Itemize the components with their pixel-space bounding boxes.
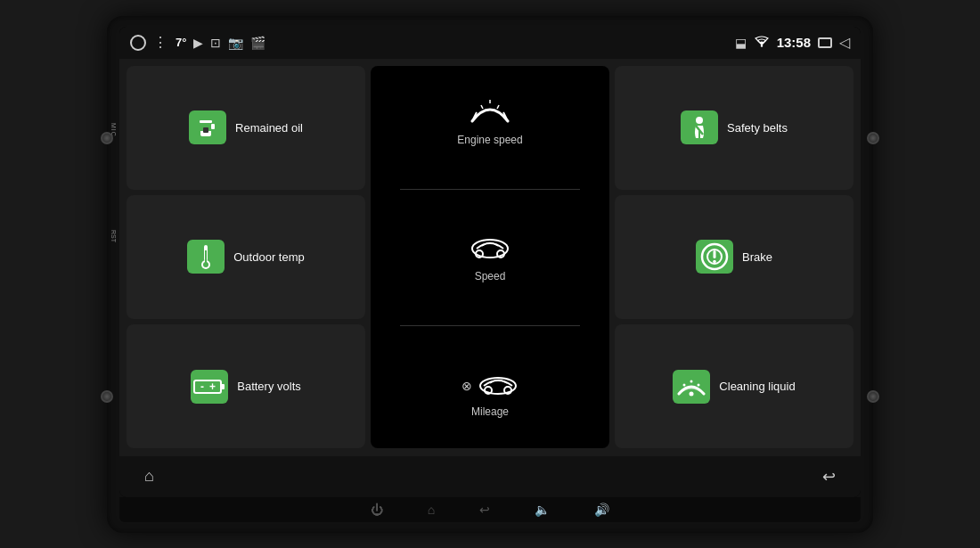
device-frame: MIC RST ⋮ 7° ▶ ⊡ 📷 🎬 ⬓	[107, 16, 873, 533]
remained-oil-label: Remained oil	[235, 121, 303, 135]
gallery-icon[interactable]: ⊡	[210, 36, 221, 50]
svg-text:+: +	[209, 380, 216, 393]
back-physical-button[interactable]: ↩	[479, 503, 490, 517]
divider-2	[400, 325, 580, 326]
svg-rect-28	[194, 380, 221, 393]
outdoor-temp-label: Outdoor temp	[233, 250, 305, 264]
knob-bottom-left	[101, 390, 113, 403]
knob-top-right	[867, 132, 879, 144]
back-nav-icon[interactable]: ◁	[839, 34, 850, 51]
svg-rect-29	[221, 384, 225, 389]
rst-label: RST	[110, 230, 117, 242]
clock-display: 13:58	[777, 35, 811, 50]
knob-bottom-right	[867, 390, 879, 403]
home-button[interactable]: ⌂	[137, 463, 161, 489]
fuel-icon	[189, 110, 226, 144]
temperature-display: 7°	[176, 36, 186, 49]
center-display-tile: Engine speed	[371, 66, 609, 449]
bottom-nav-bar: ⌂ ↩	[119, 456, 861, 497]
svg-point-0	[760, 45, 762, 46]
svg-point-23	[203, 262, 208, 267]
mileage-label: Mileage	[471, 405, 509, 418]
svg-rect-22	[205, 250, 207, 263]
vol-down-button[interactable]: 🔈	[535, 503, 550, 517]
svg-rect-3	[200, 120, 212, 123]
dashboard-grid: Remained oil	[119, 59, 861, 456]
wifi-icon	[754, 35, 770, 50]
battery-volts-label: Battery volts	[237, 380, 301, 393]
svg-rect-26	[714, 250, 716, 258]
main-screen: ⋮ 7° ▶ ⊡ 📷 🎬 ⬓ 13:58	[119, 27, 861, 497]
brake-label: Brake	[742, 250, 772, 264]
brake-icon	[696, 240, 733, 274]
warning-icon: ⊗	[461, 379, 472, 393]
menu-dots-icon[interactable]: ⋮	[153, 36, 168, 50]
bluetooth-icon: ⬓	[735, 36, 747, 50]
engine-speed-label: Engine speed	[457, 134, 522, 146]
remained-oil-tile[interactable]: Remained oil	[127, 66, 365, 190]
status-right-area: ⬓ 13:58 ◁	[735, 34, 850, 51]
video-icon[interactable]: 🎬	[250, 36, 265, 50]
youtube-icon[interactable]: ▶	[193, 36, 203, 50]
mileage-item: ⊗ Mileage	[461, 369, 519, 418]
divider-1	[400, 189, 580, 190]
speed-item: Speed	[470, 233, 510, 282]
svg-point-35	[690, 391, 694, 396]
speed-label: Speed	[475, 270, 506, 282]
engine-speed-item: Engine speed	[457, 96, 522, 146]
vol-up-button[interactable]: 🔊	[594, 503, 609, 517]
outdoor-temp-tile[interactable]: Outdoor temp	[127, 195, 365, 319]
knob-top-left	[101, 132, 113, 144]
svg-rect-4	[211, 124, 215, 129]
svg-point-17	[696, 117, 703, 124]
car-front-icon	[470, 233, 510, 266]
cleaning-liquid-label: Cleaning liquid	[719, 380, 795, 393]
car-side-icon	[478, 369, 519, 402]
svg-point-34	[698, 383, 700, 386]
safety-belts-tile[interactable]: Safety belts	[615, 66, 853, 190]
brake-tile[interactable]: Brake	[615, 195, 853, 319]
cleaning-liquid-tile[interactable]: Cleaning liquid	[615, 324, 853, 448]
home-physical-button[interactable]: ⌂	[428, 503, 435, 517]
app-icons: ▶ ⊡ 📷 🎬	[193, 36, 265, 50]
back-button[interactable]: ↩	[815, 463, 843, 490]
svg-point-33	[690, 380, 693, 382]
speedometer-icon	[468, 96, 512, 130]
camera-icon[interactable]: 📷	[228, 36, 243, 50]
svg-rect-5	[203, 127, 208, 133]
battery-icon: - +	[191, 370, 228, 404]
windshield-washer-icon	[673, 370, 710, 404]
safety-belts-label: Safety belts	[727, 121, 788, 135]
svg-point-32	[683, 383, 686, 386]
thermometer-icon	[187, 240, 225, 274]
svg-text:-: -	[200, 380, 204, 393]
battery-volts-tile[interactable]: - + Battery volts	[127, 324, 365, 448]
power-button[interactable]: ⏻	[371, 503, 383, 517]
svg-line-10	[497, 105, 499, 109]
status-bar: ⋮ 7° ▶ ⊡ 📷 🎬 ⬓ 13:58	[119, 27, 861, 59]
svg-line-8	[481, 105, 483, 109]
svg-point-27	[713, 260, 716, 264]
recent-apps-icon[interactable]	[818, 37, 832, 48]
android-home-icon[interactable]	[130, 35, 146, 51]
seatbelt-icon	[681, 110, 718, 144]
physical-button-bar: ⏻ ⌂ ↩ 🔈 🔊	[119, 497, 861, 522]
